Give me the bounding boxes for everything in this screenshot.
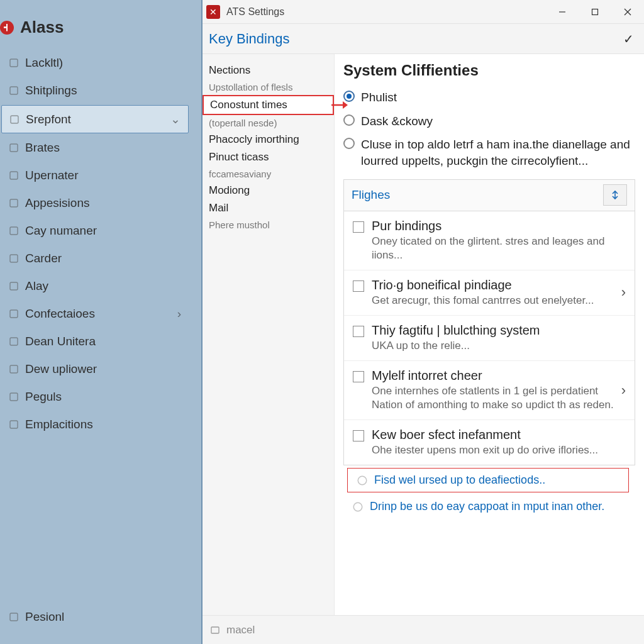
sidebar-item-label: Srepfont [26,113,71,126]
sidebar-item-icon [9,392,19,402]
sidebar-item-12[interactable]: Peguls [1,384,189,410]
list-item-0[interactable]: Pur bindingsOney ticated on the glirtent… [344,211,635,270]
sidebar-item-label: Brates [25,141,60,155]
subnav-item-7[interactable]: Modiong [203,182,334,199]
subnav-item-2[interactable]: Conostunt times [203,95,334,115]
sidebar-item-4[interactable]: Upernater [1,162,189,189]
statusbar: macel [203,615,644,644]
brand-logo-icon [0,21,14,35]
action-link-0[interactable]: Fisd wel ursed up to deafiectiods.. [347,468,629,492]
checkbox[interactable] [353,430,364,441]
svg-rect-6 [10,227,18,235]
checkbox[interactable] [353,221,364,233]
collapse-icon [610,190,620,200]
content-area: NectionsUpstollation of fleslsConostunt … [203,54,644,615]
list-item-desc: Ohe itester upens mon exit up do orive i… [372,443,626,457]
radio-label: Cluse in top aldo letrf a ham ina.the di… [361,136,635,169]
radio-option-0[interactable]: Phulist [343,86,635,109]
subnav-item-5[interactable]: Pinuct ticass [203,148,334,166]
list-header: Flighes [343,179,635,211]
svg-rect-5 [10,199,18,207]
list-item-body: Kew boer sfect inefanmentOhe itester upe… [372,428,626,457]
titlebar: ✕ ATS Settings [203,0,644,24]
sidebar-item-7[interactable]: Carder [1,245,189,272]
action-link-1[interactable]: Drinp be us do eay cappoat in mput inan … [343,495,635,518]
sidebar-item-icon [9,336,19,347]
maximize-button[interactable] [579,0,611,24]
sidebar-item-icon [9,170,19,180]
placeholder-icon [9,612,19,622]
svg-rect-4 [10,172,18,179]
subnav-item-8[interactable]: Mail [203,199,334,217]
close-button[interactable] [611,0,644,24]
sidebar-item-icon [9,364,19,374]
page-header: Key Bindings ✓ [203,24,644,54]
collapse-button[interactable] [603,184,627,206]
subnav-item-4[interactable]: Phacocly imorthing [203,131,334,148]
svg-rect-12 [10,393,18,401]
minimize-button[interactable] [546,0,579,24]
svg-rect-10 [10,338,18,345]
svg-rect-16 [592,9,598,14]
link-label: Drinp be us do eay cappoat in mput inan … [370,500,604,513]
checkbox[interactable] [353,371,364,382]
list-item-title: Mylelf intorret cheer [372,369,614,383]
list-item-3[interactable]: Mylelf intorret cheerOne internhes ofe s… [344,361,635,420]
radio-input[interactable] [343,138,355,149]
sidebar-item-11[interactable]: Dew upliower [1,356,189,382]
sidebar-item-0[interactable]: Lackltl) [1,50,189,76]
sidebar-item-icon [9,226,19,236]
sidebar-item-13[interactable]: Emplacitions [1,411,189,438]
main-content: System Cliffienties PhulistDask &ckowyCl… [335,54,644,615]
subnav-item-1[interactable]: Upstollation of flesls [203,79,334,95]
sidebar-item-icon [9,198,19,208]
sidebar-bottom-item[interactable]: Pesionl [0,602,201,644]
highlight-arrow-icon [331,100,348,110]
sidebar-item-label: Cay numaner [25,224,97,238]
subnav-item-9[interactable]: Phere musthol [203,217,334,233]
confirm-button[interactable]: ✓ [623,31,634,47]
chevron-right-icon[interactable]: › [621,382,626,399]
list-item-2[interactable]: Thiy fagtifu | blulcthing systemUKA up t… [344,316,635,361]
list-item-1[interactable]: Trio·g boneificaI pindiageGet arecugr, t… [344,270,635,316]
app-icon: ✕ [206,5,220,19]
radio-input[interactable] [343,114,355,126]
link-label: Fisd wel ursed up to deafiectiods.. [374,474,545,487]
window-controls [546,0,644,24]
list-item-title: Pur bindings [372,219,626,233]
sidebar-item-label: Dean Unitera [25,335,96,348]
chevron-right-icon[interactable]: › [621,284,626,301]
sidebar-item-icon [9,309,19,319]
sidebar-item-label: Emplacitions [25,418,93,431]
sidebar-item-2[interactable]: Srepfont⌄ [1,105,189,133]
radio-option-2[interactable]: Cluse in top aldo letrf a ham ina.the di… [343,133,635,172]
list-item-title: Trio·g boneificaI pindiage [372,278,614,292]
subnav-item-3[interactable]: (topertall nesde) [203,115,334,131]
radio-label: Dask &ckowy [361,113,433,130]
svg-rect-2 [11,116,18,123]
sidebar-item-3[interactable]: Brates [1,135,189,161]
svg-rect-22 [211,627,219,633]
brand-title: Alass [20,18,64,37]
radio-option-1[interactable]: Dask &ckowy [343,109,635,133]
sidebar-item-8[interactable]: Alay [1,273,189,299]
sidebar-item-5[interactable]: Appesisions [1,190,189,216]
svg-rect-13 [10,421,18,428]
subnav-item-0[interactable]: Nections [203,62,334,79]
sidebar-item-9[interactable]: Confectaioes› [1,301,189,327]
sidebar-item-icon [9,281,19,291]
svg-rect-11 [10,365,18,373]
sidebar-item-6[interactable]: Cay numaner [1,218,189,244]
link-icon [357,475,368,486]
list-item-4[interactable]: Kew boer sfect inefanmentOhe itester upe… [344,420,635,465]
svg-rect-9 [10,310,18,318]
sidebar-item-1[interactable]: Shitplings [1,77,189,104]
sidebar-item-label: Shitplings [25,84,77,97]
sidebar-item-10[interactable]: Dean Unitera [1,328,189,355]
list-item-desc: One internhes ofe statlents in 1 gel is … [372,384,614,412]
checkbox[interactable] [353,280,364,292]
page-title: Key Bindings [209,31,289,47]
list-item-body: Trio·g boneificaI pindiageGet arecugr, t… [372,278,614,308]
subnav-item-6[interactable]: fccamesaviany [203,166,334,182]
checkbox[interactable] [353,326,364,337]
